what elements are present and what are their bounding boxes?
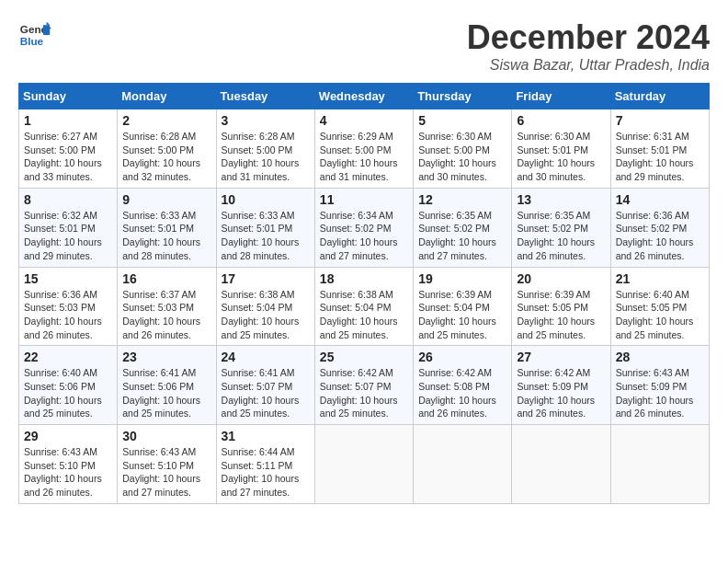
day-number: 13 — [517, 192, 605, 207]
logo: General Blue — [18, 18, 51, 52]
day-detail: Sunrise: 6:43 AMSunset: 5:10 PMDaylight:… — [24, 446, 102, 498]
title-section: December 2024 Siswa Bazar, Uttar Pradesh… — [467, 18, 710, 74]
day-detail: Sunrise: 6:28 AMSunset: 5:00 PMDaylight:… — [122, 131, 200, 182]
table-row — [512, 425, 610, 504]
day-number: 17 — [222, 271, 310, 286]
day-detail: Sunrise: 6:40 AMSunset: 5:05 PMDaylight:… — [616, 289, 694, 340]
day-number: 14 — [616, 192, 704, 207]
day-detail: Sunrise: 6:27 AMSunset: 5:00 PMDaylight:… — [24, 131, 102, 182]
calendar-week-row: 29 Sunrise: 6:43 AMSunset: 5:10 PMDaylig… — [19, 425, 710, 504]
table-row — [414, 425, 512, 504]
day-detail: Sunrise: 6:31 AMSunset: 5:01 PMDaylight:… — [616, 131, 694, 182]
day-detail: Sunrise: 6:43 AMSunset: 5:09 PMDaylight:… — [616, 367, 694, 419]
day-number: 16 — [122, 271, 210, 286]
table-row: 22 Sunrise: 6:40 AMSunset: 5:06 PMDaylig… — [19, 346, 118, 425]
day-detail: Sunrise: 6:38 AMSunset: 5:04 PMDaylight:… — [222, 289, 300, 340]
table-row: 29 Sunrise: 6:43 AMSunset: 5:10 PMDaylig… — [19, 425, 118, 504]
table-row: 10 Sunrise: 6:33 AMSunset: 5:01 PMDaylig… — [216, 188, 314, 267]
table-row: 31 Sunrise: 6:44 AMSunset: 5:11 PMDaylig… — [216, 425, 314, 504]
table-row: 17 Sunrise: 6:38 AMSunset: 5:04 PMDaylig… — [216, 267, 314, 346]
day-detail: Sunrise: 6:35 AMSunset: 5:02 PMDaylight:… — [418, 210, 496, 261]
logo-icon: General Blue — [18, 18, 51, 52]
table-row: 21 Sunrise: 6:40 AMSunset: 5:05 PMDaylig… — [610, 267, 709, 346]
day-number: 4 — [320, 113, 408, 128]
day-number: 7 — [616, 113, 704, 128]
day-detail: Sunrise: 6:33 AMSunset: 5:01 PMDaylight:… — [122, 210, 200, 261]
table-row: 16 Sunrise: 6:37 AMSunset: 5:03 PMDaylig… — [118, 267, 216, 346]
table-row: 24 Sunrise: 6:41 AMSunset: 5:07 PMDaylig… — [216, 346, 314, 425]
header-thursday: Thursday — [414, 84, 512, 109]
day-number: 26 — [418, 350, 506, 364]
svg-text:Blue: Blue — [20, 35, 44, 47]
day-number: 9 — [122, 192, 210, 207]
table-row: 2 Sunrise: 6:28 AMSunset: 5:00 PMDayligh… — [118, 109, 216, 189]
day-number: 20 — [517, 271, 605, 286]
table-row: 8 Sunrise: 6:32 AMSunset: 5:01 PMDayligh… — [19, 188, 118, 267]
table-row: 13 Sunrise: 6:35 AMSunset: 5:02 PMDaylig… — [512, 188, 610, 267]
day-number: 8 — [24, 192, 112, 207]
day-detail: Sunrise: 6:42 AMSunset: 5:09 PMDaylight:… — [517, 367, 595, 419]
day-detail: Sunrise: 6:35 AMSunset: 5:02 PMDaylight:… — [517, 210, 595, 261]
header-saturday: Saturday — [610, 84, 709, 109]
day-detail: Sunrise: 6:33 AMSunset: 5:01 PMDaylight:… — [222, 210, 300, 261]
day-detail: Sunrise: 6:39 AMSunset: 5:05 PMDaylight:… — [517, 289, 595, 340]
day-number: 1 — [24, 113, 112, 128]
day-detail: Sunrise: 6:29 AMSunset: 5:00 PMDaylight:… — [320, 131, 398, 182]
table-row: 19 Sunrise: 6:39 AMSunset: 5:04 PMDaylig… — [414, 267, 512, 346]
calendar-table: Sunday Monday Tuesday Wednesday Thursday… — [18, 83, 710, 504]
calendar-week-row: 8 Sunrise: 6:32 AMSunset: 5:01 PMDayligh… — [19, 188, 710, 267]
day-detail: Sunrise: 6:39 AMSunset: 5:04 PMDaylight:… — [418, 289, 496, 340]
calendar-subtitle: Siswa Bazar, Uttar Pradesh, India — [467, 57, 710, 74]
calendar-week-row: 15 Sunrise: 6:36 AMSunset: 5:03 PMDaylig… — [19, 267, 710, 346]
day-number: 3 — [222, 113, 310, 128]
header-monday: Monday — [118, 84, 216, 109]
day-detail: Sunrise: 6:41 AMSunset: 5:07 PMDaylight:… — [222, 367, 300, 419]
table-row: 9 Sunrise: 6:33 AMSunset: 5:01 PMDayligh… — [118, 188, 216, 267]
table-row: 12 Sunrise: 6:35 AMSunset: 5:02 PMDaylig… — [414, 188, 512, 267]
table-row: 28 Sunrise: 6:43 AMSunset: 5:09 PMDaylig… — [610, 346, 709, 425]
day-number: 23 — [122, 350, 210, 364]
calendar-week-row: 22 Sunrise: 6:40 AMSunset: 5:06 PMDaylig… — [19, 346, 710, 425]
weekday-header-row: Sunday Monday Tuesday Wednesday Thursday… — [19, 84, 710, 109]
day-detail: Sunrise: 6:30 AMSunset: 5:01 PMDaylight:… — [517, 131, 595, 182]
day-number: 22 — [24, 350, 112, 364]
day-number: 21 — [616, 271, 704, 286]
day-number: 29 — [24, 429, 112, 443]
day-number: 18 — [320, 271, 408, 286]
day-number: 12 — [418, 192, 506, 207]
day-number: 31 — [222, 429, 310, 443]
header-wednesday: Wednesday — [314, 84, 413, 109]
day-detail: Sunrise: 6:44 AMSunset: 5:11 PMDaylight:… — [222, 446, 300, 498]
day-number: 5 — [418, 113, 506, 128]
day-number: 28 — [616, 350, 704, 364]
table-row: 15 Sunrise: 6:36 AMSunset: 5:03 PMDaylig… — [19, 267, 118, 346]
day-detail: Sunrise: 6:41 AMSunset: 5:06 PMDaylight:… — [122, 367, 200, 419]
day-detail: Sunrise: 6:40 AMSunset: 5:06 PMDaylight:… — [24, 367, 102, 419]
day-number: 11 — [320, 192, 408, 207]
day-number: 19 — [418, 271, 506, 286]
day-number: 6 — [517, 113, 605, 128]
day-detail: Sunrise: 6:38 AMSunset: 5:04 PMDaylight:… — [320, 289, 398, 340]
table-row: 30 Sunrise: 6:43 AMSunset: 5:10 PMDaylig… — [118, 425, 216, 504]
table-row: 20 Sunrise: 6:39 AMSunset: 5:05 PMDaylig… — [512, 267, 610, 346]
day-detail: Sunrise: 6:43 AMSunset: 5:10 PMDaylight:… — [122, 446, 200, 498]
day-number: 24 — [222, 350, 310, 364]
calendar-week-row: 1 Sunrise: 6:27 AMSunset: 5:00 PMDayligh… — [19, 109, 710, 189]
day-number: 15 — [24, 271, 112, 286]
table-row: 27 Sunrise: 6:42 AMSunset: 5:09 PMDaylig… — [512, 346, 610, 425]
table-row: 25 Sunrise: 6:42 AMSunset: 5:07 PMDaylig… — [314, 346, 413, 425]
table-row: 26 Sunrise: 6:42 AMSunset: 5:08 PMDaylig… — [414, 346, 512, 425]
table-row: 11 Sunrise: 6:34 AMSunset: 5:02 PMDaylig… — [314, 188, 413, 267]
table-row: 14 Sunrise: 6:36 AMSunset: 5:02 PMDaylig… — [610, 188, 709, 267]
day-detail: Sunrise: 6:34 AMSunset: 5:02 PMDaylight:… — [320, 210, 398, 261]
table-row: 4 Sunrise: 6:29 AMSunset: 5:00 PMDayligh… — [314, 109, 413, 189]
table-row: 3 Sunrise: 6:28 AMSunset: 5:00 PMDayligh… — [216, 109, 314, 189]
header-tuesday: Tuesday — [216, 84, 314, 109]
header: General Blue December 2024 Siswa Bazar, … — [18, 18, 710, 74]
day-number: 2 — [122, 113, 210, 128]
table-row: 1 Sunrise: 6:27 AMSunset: 5:00 PMDayligh… — [19, 109, 118, 189]
day-detail: Sunrise: 6:30 AMSunset: 5:00 PMDaylight:… — [418, 131, 496, 182]
table-row: 6 Sunrise: 6:30 AMSunset: 5:01 PMDayligh… — [512, 109, 610, 189]
header-sunday: Sunday — [19, 84, 118, 109]
day-detail: Sunrise: 6:37 AMSunset: 5:03 PMDaylight:… — [122, 289, 200, 340]
